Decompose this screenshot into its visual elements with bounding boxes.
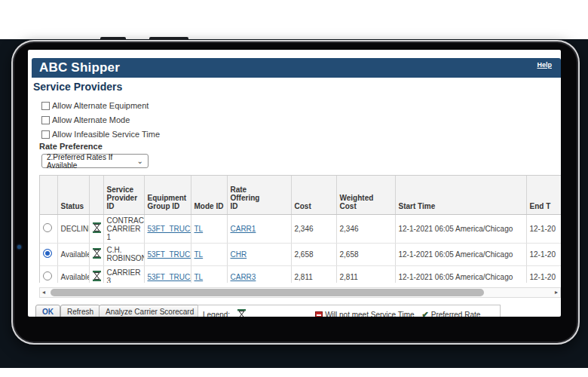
hourglass-icon xyxy=(93,271,101,281)
start-time-cell: 12-1-2021 06:05 America/Chicago xyxy=(395,243,526,265)
mode-link[interactable]: TL xyxy=(194,273,204,281)
header-status: Status xyxy=(57,176,89,214)
legend-label: Legend: xyxy=(203,311,230,317)
provider-cell: CARRIER 3 xyxy=(103,265,144,283)
cost-cell: 2,346 xyxy=(291,214,336,243)
refresh-button[interactable]: Refresh xyxy=(60,305,100,317)
horizontal-scrollbar[interactable]: ◂ ▸ xyxy=(39,287,561,298)
checkbox-icon[interactable] xyxy=(41,130,50,139)
rate-preference-value: 2.Preferred Rates If Available xyxy=(47,153,137,170)
radio-row-2-selected[interactable] xyxy=(43,249,52,258)
checkbox-allow-alternate-equipment[interactable]: Allow Alternate Equipment xyxy=(41,100,149,111)
analyze-carrier-scorecard-button[interactable]: Analyze Carrier Scorecard xyxy=(99,305,201,317)
service-providers-table: Status Service Provider ID Equipment Gro… xyxy=(39,175,561,283)
equipment-link[interactable]: 53FT_TRUCK xyxy=(148,273,191,281)
weighted-cost-cell: 2,811 xyxy=(336,265,395,283)
checkbox-label: Allow Infeasible Service Time xyxy=(52,130,160,139)
cost-cell: 2,811 xyxy=(291,265,336,283)
arrow-right-icon[interactable]: ▸ xyxy=(555,289,558,296)
hourglass-icon xyxy=(237,309,246,317)
app-header-bar: ABC Shipper Help xyxy=(32,58,561,78)
ok-button[interactable]: OK xyxy=(35,305,60,317)
help-link[interactable]: Help xyxy=(537,61,552,69)
table-row: Available CARRIER 3 53FT_TRUCK TL CARR3 … xyxy=(40,265,561,283)
mode-link[interactable]: TL xyxy=(194,225,204,233)
header-select xyxy=(40,176,57,214)
checkbox-label: Allow Alternate Mode xyxy=(52,115,130,124)
rate-offering-link[interactable]: CARR3 xyxy=(231,273,256,281)
rate-preference-select[interactable]: 2.Preferred Rates If Available ⌄ xyxy=(41,154,149,168)
legend-item: Will not meet Service Time xyxy=(315,311,414,317)
table-header-row: Status Service Provider ID Equipment Gro… xyxy=(40,176,561,214)
radio-row-1[interactable] xyxy=(43,223,52,232)
scrollbar-thumb[interactable] xyxy=(51,289,484,296)
legend-item-label: Preferred Rate xyxy=(431,311,481,317)
weighted-cost-cell: 2,346 xyxy=(336,214,395,243)
table-row: Available C.H. ROBINSON 53FT_TRUCK TL CH… xyxy=(40,243,561,265)
rate-offering-link[interactable]: CARR1 xyxy=(231,225,256,233)
equipment-link[interactable]: 53FT_TRUCK xyxy=(148,250,191,259)
rate-offering-link[interactable]: CHR xyxy=(231,250,247,259)
app-screen: ABC Shipper Help Service Providers Allow… xyxy=(28,50,561,317)
end-time-cell: 12-1-20 xyxy=(526,265,561,283)
checkbox-allow-infeasible-service-time[interactable]: Allow Infeasible Service Time xyxy=(41,129,160,139)
header-provider: Service Provider ID xyxy=(103,176,144,214)
header-end-time: End T xyxy=(526,176,561,214)
status-cell: Available xyxy=(57,265,89,283)
hourglass-icon xyxy=(93,222,101,233)
page-title: Service Providers xyxy=(33,81,122,93)
hourglass-icon xyxy=(93,248,101,259)
status-cell: DECLINED xyxy=(57,214,89,243)
arrow-left-icon[interactable]: ◂ xyxy=(42,289,45,296)
rate-preference-label: Rate Preference xyxy=(39,142,103,151)
radio-row-3[interactable] xyxy=(43,271,52,280)
check-icon: ✔ xyxy=(422,311,429,317)
footer-bar: OK Refresh Analyze Carrier Scorecard Leg… xyxy=(35,305,561,317)
start-time-cell: 12-1-2021 06:05 America/Chicago xyxy=(395,214,526,243)
header-cost: Cost xyxy=(291,176,336,214)
chevron-down-icon: ⌄ xyxy=(137,158,143,165)
end-time-cell: 12-1-20 xyxy=(526,243,561,265)
red-flag-icon xyxy=(315,311,323,317)
header-equipment: Equipment Group ID xyxy=(144,176,191,214)
table-row: DECLINED CONTRACT CARRIER 1 53FT_TRUCK T… xyxy=(40,214,561,243)
legend-box: Legend: Will not meet Service Time ✔ Pre… xyxy=(198,305,501,317)
app-title: ABC Shipper xyxy=(39,58,120,78)
header-start-time: Start Time xyxy=(395,176,526,214)
legend-item-label: Will not meet Service Time xyxy=(325,311,414,317)
start-time-cell: 12-1-2021 06:05 America/Chicago xyxy=(395,265,526,283)
provider-cell: C.H. ROBINSON xyxy=(103,243,144,265)
legend-item: ✔ Preferred Rate xyxy=(422,311,481,317)
mode-link[interactable]: TL xyxy=(194,250,204,259)
checkbox-icon[interactable] xyxy=(41,116,50,124)
end-time-cell: 12-1-20 xyxy=(526,214,561,243)
provider-cell: CONTRACT CARRIER 1 xyxy=(103,214,144,243)
header-weighted-cost: Weighted Cost xyxy=(336,176,395,214)
weighted-cost-cell: 2,658 xyxy=(336,243,395,265)
checkbox-label: Allow Alternate Equipment xyxy=(52,101,149,110)
tablet-frame: ABC Shipper Help Service Providers Allow… xyxy=(11,40,580,345)
header-icon xyxy=(89,176,103,214)
header-mode: Mode ID xyxy=(191,176,227,214)
checkbox-icon[interactable] xyxy=(41,102,50,110)
camera-icon xyxy=(17,245,21,249)
status-cell: Available xyxy=(57,243,89,265)
checkbox-allow-alternate-mode[interactable]: Allow Alternate Mode xyxy=(41,115,130,125)
header-rate-offering: Rate Offering ID xyxy=(227,176,291,214)
cost-cell: 2,658 xyxy=(291,243,336,265)
equipment-link[interactable]: 53FT_TRUCK xyxy=(148,225,191,233)
